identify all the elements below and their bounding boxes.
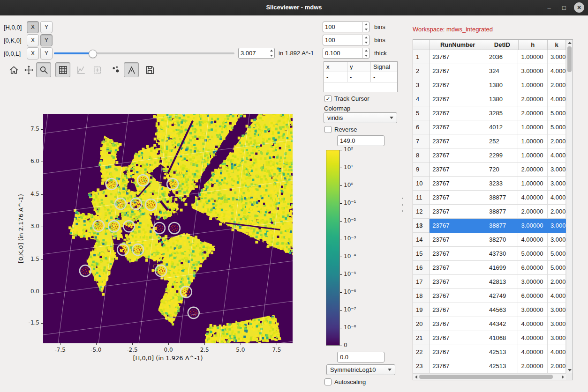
table-cell[interactable]: 1.00000 bbox=[518, 134, 547, 148]
table-cell[interactable]: 6.00000 bbox=[518, 289, 547, 303]
table-cell[interactable]: 2.00000 bbox=[548, 359, 566, 373]
colormap-dropdown[interactable]: viridis bbox=[324, 112, 397, 123]
table-row[interactable]: 82376722991.000004.00000 bbox=[413, 148, 566, 163]
table-cell[interactable]: 38877 bbox=[486, 205, 518, 219]
spin-up-button[interactable] bbox=[363, 22, 369, 27]
table-cell[interactable]: 2036 bbox=[486, 50, 518, 64]
table-row[interactable]: 2223767425134.000004.00000 bbox=[413, 345, 566, 359]
colorbar-gradient[interactable] bbox=[326, 150, 340, 346]
table-cell[interactable]: 4.00000 bbox=[548, 191, 566, 205]
colorbar-max-field[interactable]: 149.0 bbox=[337, 135, 384, 146]
table-cell[interactable]: 2299 bbox=[486, 148, 518, 163]
autoscaling-checkbox[interactable]: Autoscaling bbox=[324, 378, 366, 385]
spin-up-button[interactable] bbox=[363, 35, 369, 40]
peaks-overlay-button[interactable] bbox=[124, 62, 139, 77]
table-cell[interactable]: 1380 bbox=[486, 78, 518, 92]
table-cell[interactable]: 4.00000 bbox=[518, 345, 547, 359]
row-number[interactable]: 23 bbox=[413, 359, 430, 373]
row-number[interactable]: 22 bbox=[413, 345, 430, 359]
home-button[interactable] bbox=[6, 62, 21, 77]
row-number[interactable]: 5 bbox=[413, 106, 430, 120]
table-row[interactable]: 1923767445633.000003.00000 bbox=[413, 303, 566, 317]
table-cell[interactable]: 23767 bbox=[430, 289, 486, 303]
table-row[interactable]: 32376713801.000002.00000 bbox=[413, 78, 566, 92]
table-row[interactable]: 1323767388773.000003.00000 bbox=[413, 219, 566, 233]
table-cell[interactable]: 23767 bbox=[430, 345, 486, 359]
region-selection-button[interactable] bbox=[90, 62, 105, 77]
scroll-right-icon[interactable] bbox=[562, 375, 564, 379]
zoom-button[interactable] bbox=[36, 62, 51, 77]
table-cell[interactable]: 38877 bbox=[486, 191, 518, 205]
table-row[interactable]: 62376740121.000005.00000 bbox=[413, 120, 566, 134]
table-cell[interactable]: 3.00000 bbox=[548, 317, 566, 331]
horizontal-scrollbar[interactable] bbox=[413, 373, 566, 380]
table-cell[interactable]: 23767 bbox=[430, 275, 486, 289]
table-cell[interactable]: 23767 bbox=[430, 177, 486, 191]
table-cell[interactable]: 3.00000 bbox=[548, 50, 566, 64]
table-cell[interactable]: 38270 bbox=[486, 233, 518, 247]
slice-slider[interactable] bbox=[54, 48, 234, 59]
row-number[interactable]: 16 bbox=[413, 261, 430, 275]
table-cell[interactable]: 44342 bbox=[486, 317, 518, 331]
table-cell[interactable]: 4.00000 bbox=[548, 345, 566, 359]
table-cell[interactable]: 23767 bbox=[430, 261, 486, 275]
col-header-k[interactable]: k bbox=[548, 40, 566, 50]
close-button[interactable]: ✕ bbox=[574, 2, 584, 13]
table-cell[interactable]: 23767 bbox=[430, 92, 486, 106]
scroll-down-icon[interactable] bbox=[568, 369, 572, 371]
thickness-spinbox[interactable] bbox=[323, 48, 369, 59]
titlebar[interactable]: Sliceviewer - mdws – □ ✕ bbox=[0, 0, 588, 15]
table-row[interactable]: 42376713802.000004.00000 bbox=[413, 92, 566, 106]
table-cell[interactable]: 4.00000 bbox=[548, 64, 566, 78]
grid-button[interactable] bbox=[55, 62, 70, 77]
table-row[interactable]: 2123767410684.000003.00000 bbox=[413, 331, 566, 345]
table-cell[interactable]: 5.00000 bbox=[548, 106, 566, 120]
table-row[interactable]: 1523767437305.000005.00000 bbox=[413, 247, 566, 261]
table-row[interactable]: 2023767443424.000003.00000 bbox=[413, 317, 566, 331]
scale-dropdown[interactable]: SymmetricLog10 bbox=[326, 364, 395, 375]
row-number[interactable]: 20 bbox=[413, 317, 430, 331]
table-cell[interactable]: 23767 bbox=[430, 120, 486, 134]
k-x-button[interactable]: X bbox=[27, 34, 39, 46]
table-cell[interactable]: 23767 bbox=[430, 163, 486, 177]
table-cell[interactable]: 23767 bbox=[430, 303, 486, 317]
col-header-h[interactable]: h bbox=[519, 40, 548, 50]
row-number[interactable]: 13 bbox=[413, 219, 430, 233]
table-row[interactable]: 52376732852.000005.00000 bbox=[413, 106, 566, 120]
row-number[interactable]: 21 bbox=[413, 331, 430, 345]
slider-handle[interactable] bbox=[89, 50, 97, 58]
table-cell[interactable]: 6.00000 bbox=[518, 261, 547, 275]
bins-y-spinbox[interactable] bbox=[323, 35, 369, 45]
row-number[interactable]: 15 bbox=[413, 247, 430, 261]
table-cell[interactable]: 41068 bbox=[486, 331, 518, 345]
table-cell[interactable]: 3.00000 bbox=[548, 177, 566, 191]
table-cell[interactable]: 23767 bbox=[430, 78, 486, 92]
spin-up-button[interactable] bbox=[363, 48, 369, 53]
nonorthogonal-axes-button[interactable] bbox=[108, 62, 123, 77]
table-row[interactable]: 102376732331.000003.00000 bbox=[413, 177, 566, 191]
table-cell[interactable]: 1.00000 bbox=[518, 50, 547, 64]
table-cell[interactable]: 720 bbox=[486, 163, 518, 177]
table-cell[interactable]: 3.00000 bbox=[518, 64, 547, 78]
table-row[interactable]: 9237677202.000003.00000 bbox=[413, 163, 566, 177]
table-cell[interactable]: 4.00000 bbox=[518, 191, 547, 205]
table-row[interactable]: 1723767428133.000002.00000 bbox=[413, 275, 566, 289]
row-number[interactable]: 14 bbox=[413, 233, 430, 247]
reverse-checkbox[interactable]: Reverse bbox=[324, 126, 357, 133]
table-cell[interactable]: 2.00000 bbox=[518, 92, 547, 106]
bins-y-input[interactable] bbox=[323, 35, 362, 45]
table-cell[interactable]: 38877 bbox=[486, 219, 518, 233]
track-cursor-checkbox[interactable]: ✓ Track Cursor bbox=[324, 95, 369, 102]
scroll-up-icon[interactable] bbox=[568, 42, 572, 44]
table-cell[interactable]: 5.00000 bbox=[548, 120, 566, 134]
col-header-runnumber[interactable]: RunNumber bbox=[430, 40, 486, 50]
table-cell[interactable]: 41699 bbox=[486, 261, 518, 275]
row-number[interactable]: 8 bbox=[413, 148, 430, 163]
spin-down-button[interactable] bbox=[268, 53, 274, 59]
table-cell[interactable]: 4.00000 bbox=[518, 233, 547, 247]
table-cell[interactable]: 3.00000 bbox=[518, 219, 547, 233]
slice-value-input[interactable] bbox=[239, 48, 268, 58]
table-cell[interactable]: 3.00000 bbox=[548, 331, 566, 345]
table-cell[interactable]: 23767 bbox=[430, 331, 486, 345]
table-cell[interactable]: 23767 bbox=[430, 317, 486, 331]
